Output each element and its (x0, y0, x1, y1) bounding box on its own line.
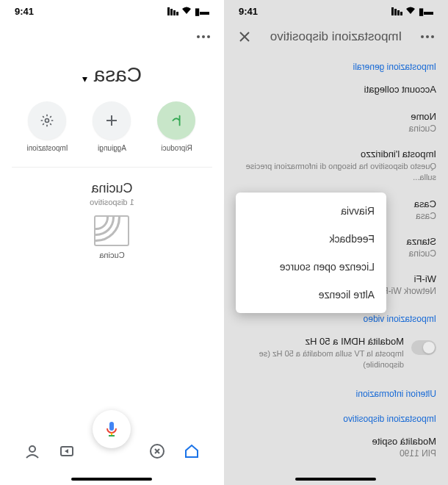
tab-discover[interactable] (148, 442, 166, 460)
address-row[interactable]: Imposta l'indirizzo Questo dispositivo h… (224, 141, 448, 191)
device-card[interactable]: Cucina (90, 215, 134, 259)
home-title-row[interactable]: Casa ▾ (0, 51, 224, 101)
svg-rect-1 (110, 422, 115, 431)
tab-home[interactable] (183, 442, 200, 460)
play-action[interactable]: Riproduci (151, 101, 203, 152)
general-link[interactable]: Impostazioni generali (224, 51, 448, 76)
address-label: Imposta l'indirizzo (236, 148, 436, 159)
hdmi-toggle[interactable] (411, 340, 436, 355)
add-label: Aggiungi (98, 144, 126, 152)
hdmi-desc: Imposta la TV sulla modalità a 50 Hz (se… (236, 348, 404, 371)
room-name: Cucina (12, 181, 212, 196)
chevron-down-icon: ▾ (82, 73, 87, 85)
home-header (0, 22, 224, 51)
header-title: Impostazioni dispositivo (253, 29, 419, 44)
address-desc: Questo dispositivo ha bisogno di informa… (236, 161, 436, 184)
cast-device-icon (95, 215, 130, 246)
more-button[interactable] (419, 28, 436, 46)
menu-other-licenses[interactable]: Altre licenze (236, 281, 386, 309)
quick-actions: Riproduci Aggiungi Impostazioni (0, 101, 224, 167)
settings-screen: ▮▬ 9:41 Impostazioni dispositivo Imposta… (224, 0, 448, 485)
battery-icon: ▮▬ (419, 6, 433, 17)
room-sub: 1 dispositivo (12, 198, 212, 206)
clock: 9:41 (239, 6, 258, 17)
hdmi-row[interactable]: Modalità HDMI a 50 Hz Imposta la TV sull… (224, 328, 448, 378)
name-row[interactable]: Nome Cucina (224, 104, 448, 141)
settings-action[interactable]: Impostazioni (21, 101, 74, 152)
add-action[interactable]: Aggiungi (86, 101, 139, 152)
name-value: Cucina (236, 123, 436, 134)
wifi-icon (181, 6, 192, 17)
svg-point-6 (29, 446, 35, 452)
gear-icon (29, 101, 67, 140)
more-info-link[interactable]: Ulteriori informazioni (224, 378, 448, 403)
signal-icon (391, 7, 402, 15)
clock: 9:41 (15, 6, 34, 17)
home-title: Casa (94, 63, 142, 86)
linked-accounts-label: Account collegati (236, 84, 436, 95)
settings-label: Impostazioni (26, 144, 68, 152)
status-bar: ▮▬ 9:41 (0, 0, 224, 22)
linked-accounts-row[interactable]: Account collegati (224, 76, 448, 104)
menu-feedback[interactable]: Feedback (236, 225, 386, 253)
play-icon (158, 101, 196, 140)
tab-account[interactable] (24, 442, 41, 460)
status-bar: ▮▬ 9:41 (224, 0, 448, 22)
device-label: Cucina (90, 251, 134, 259)
home-indicator[interactable] (72, 478, 153, 481)
tab-media[interactable] (58, 442, 76, 460)
name-label: Nome (236, 111, 436, 122)
overflow-menu: Riavvia Feedback Licenze open source Alt… (236, 193, 386, 313)
bottom-nav (0, 435, 224, 467)
play-label: Riproduci (161, 144, 192, 152)
settings-header: Impostazioni dispositivo (224, 22, 448, 51)
home-indicator[interactable] (296, 478, 377, 481)
more-button[interactable] (195, 28, 212, 46)
room-section: Cucina 1 dispositivo Cucina (0, 168, 224, 273)
wifi-icon (405, 6, 416, 17)
menu-restart[interactable]: Riavvia (236, 197, 386, 225)
svg-point-0 (46, 119, 49, 123)
guest-label: Modalità ospite (236, 436, 436, 447)
hdmi-label: Modalità HDMI a 50 Hz (236, 336, 404, 347)
guest-row[interactable]: Modalità ospite PIN 1190 (224, 428, 448, 466)
signal-icon (167, 7, 178, 15)
menu-oss-licenses[interactable]: Licenze open source (236, 253, 386, 281)
close-button[interactable] (236, 28, 253, 46)
home-screen: ▮▬ 9:41 Casa ▾ Riproduci Aggiungi (0, 0, 224, 485)
device-link[interactable]: Impostazioni dispositivo (224, 403, 448, 428)
guest-value: PIN 1190 (236, 448, 436, 459)
battery-icon: ▮▬ (195, 6, 209, 17)
plus-icon (93, 101, 131, 140)
